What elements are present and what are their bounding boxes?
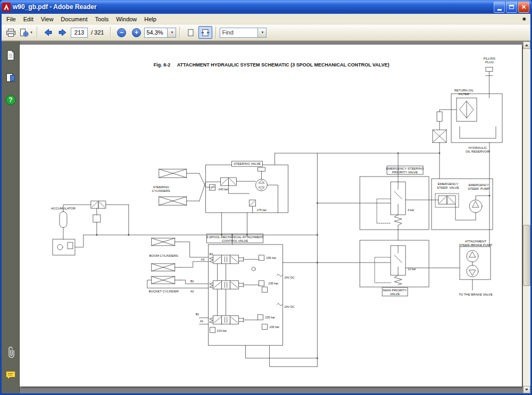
schematic-label: MAIN PRIORITY bbox=[383, 289, 407, 292]
zoom-combo: ▼ bbox=[144, 28, 176, 38]
schematic-label: B3 bbox=[210, 253, 213, 256]
schematic-label: STEERING VALVE bbox=[234, 162, 261, 165]
scroll-down-button[interactable] bbox=[523, 386, 530, 393]
svg-text:?: ? bbox=[9, 96, 12, 104]
toolbar-separator bbox=[179, 27, 180, 38]
maximize-button[interactable] bbox=[506, 2, 517, 13]
menu-file[interactable]: File bbox=[3, 15, 20, 23]
document-area: Fig. 6-2 ATTACHMENT HYDRAULIC SYSTEM SCH… bbox=[20, 41, 530, 393]
minimize-icon bbox=[497, 9, 502, 11]
vertical-scrollbar[interactable] bbox=[523, 41, 530, 393]
pdf-page: Fig. 6-2 ATTACHMENT HYDRAULIC SYSTEM SCH… bbox=[20, 45, 522, 386]
zoom-input[interactable] bbox=[144, 28, 168, 38]
menu-help[interactable]: Help bbox=[140, 15, 160, 23]
zoom-in-button[interactable]: + bbox=[129, 26, 143, 39]
schematic-label: 235 bar bbox=[270, 325, 280, 329]
arrow-left-icon bbox=[43, 27, 53, 38]
minimize-button[interactable] bbox=[494, 2, 505, 13]
adobe-reader-window: w90_gb.pdf - Adobe Reader ✕ FileEditView… bbox=[0, 0, 532, 395]
menu-edit[interactable]: Edit bbox=[20, 15, 37, 23]
previous-page-button[interactable] bbox=[41, 26, 55, 39]
find-input[interactable] bbox=[220, 28, 258, 38]
emergency-priority-valve-group bbox=[360, 166, 429, 230]
schematic-drawing: Fig. 6-2 ATTACHMENT HYDRAULIC SYSTEM SCH… bbox=[20, 45, 522, 386]
menu-tools[interactable]: Tools bbox=[92, 15, 113, 23]
document-tool-icon bbox=[19, 28, 29, 37]
sidebar-bookmarks-tab[interactable] bbox=[3, 70, 18, 85]
find-dropdown-button[interactable]: ▼ bbox=[258, 28, 267, 38]
content-area: ? bbox=[2, 41, 530, 393]
schematic-label: EMERGENCY bbox=[438, 182, 459, 186]
dropdown-arrow-icon: ▼ bbox=[261, 31, 264, 34]
main-priority-valve-group bbox=[360, 240, 429, 296]
toolbar-separator bbox=[215, 27, 217, 38]
triangle-up-icon bbox=[525, 44, 528, 46]
help-icon: ? bbox=[5, 94, 16, 106]
schematic-label: 235 bar bbox=[269, 282, 279, 285]
scroll-up-button[interactable] bbox=[523, 41, 530, 49]
title-bar: w90_gb.pdf - Adobe Reader ✕ bbox=[0, 0, 532, 14]
fit-width-button[interactable] bbox=[198, 26, 212, 39]
schematic-label: PLUG bbox=[485, 61, 494, 64]
zoom-dropdown-button[interactable]: ▼ bbox=[168, 28, 176, 38]
schematic-label: STEER./BRAKE PUMP bbox=[459, 243, 493, 247]
sidebar-bottom-group bbox=[3, 346, 18, 393]
menu-window[interactable]: Window bbox=[112, 15, 140, 23]
schematic-label: 24V DC bbox=[284, 276, 294, 279]
sidebar-attachments-tab[interactable] bbox=[3, 346, 18, 360]
pages-icon bbox=[5, 49, 16, 61]
schematic-label: STEER. PUMP bbox=[468, 187, 490, 190]
schematic-label: 240 bar bbox=[219, 188, 229, 191]
schematic-label: 12 bar bbox=[408, 267, 416, 271]
schematic-label: FILTER bbox=[459, 93, 470, 96]
menu-bar: FileEditViewDocumentToolsWindowHelp ✱ bbox=[2, 14, 530, 24]
work-cylinders-group bbox=[152, 238, 180, 284]
dropdown-arrow-icon: ▼ bbox=[170, 31, 173, 34]
dropdown-arrow-icon: ▼ bbox=[30, 31, 33, 34]
schematic-label: EMERGENCY bbox=[469, 183, 489, 187]
schematic-label: 235 bar bbox=[267, 256, 277, 259]
close-button[interactable]: ✕ bbox=[518, 2, 529, 13]
schematic-label: EMERGENCY STEERING bbox=[386, 167, 424, 170]
paperclip-icon bbox=[5, 346, 16, 360]
schematic-label: BUCKET CYLINDER bbox=[149, 290, 179, 293]
page-number-input[interactable] bbox=[71, 28, 88, 38]
menu-document[interactable]: Document bbox=[57, 15, 91, 23]
schematic-label: ATTACHMENT bbox=[465, 240, 486, 243]
adobe-reader-icon bbox=[2, 3, 11, 11]
schematic-label: 24V DC bbox=[284, 305, 294, 308]
next-page-button[interactable] bbox=[56, 26, 70, 39]
reservoir-group bbox=[433, 67, 502, 142]
zoom-out-button[interactable]: − bbox=[114, 26, 128, 39]
page-icon bbox=[186, 28, 195, 37]
schematic-label: TO THE BRAKE VALVE bbox=[459, 293, 493, 296]
find-combo: ▼ bbox=[220, 28, 267, 38]
menu-view[interactable]: View bbox=[37, 15, 57, 23]
print-button[interactable] bbox=[4, 26, 18, 39]
window-title: w90_gb.pdf - Adobe Reader bbox=[13, 3, 493, 11]
connection-lines bbox=[84, 142, 491, 367]
schematic-label: 175 bar bbox=[257, 208, 267, 212]
schematic-label: VALVE bbox=[390, 292, 400, 296]
scrollbar-thumb[interactable] bbox=[523, 225, 530, 286]
schematic-label: A2 bbox=[190, 290, 194, 293]
schematic-label: B1 bbox=[196, 313, 200, 316]
sidebar-help-tab[interactable]: ? bbox=[3, 93, 18, 107]
schematic-label: BOOM CYLINDERS bbox=[149, 254, 178, 257]
fit-width-icon bbox=[201, 28, 210, 37]
figure-title: ATTACHMENT HYDRAULIC SYSTEM SCHEMATIC (3… bbox=[177, 62, 389, 68]
figure-label: Fig. 6-2 bbox=[154, 62, 170, 68]
comments-icon bbox=[5, 370, 16, 381]
schematic-label: RETURN OIL bbox=[454, 89, 474, 92]
tool-dropdown-button[interactable]: ▼ bbox=[19, 26, 34, 39]
schematic-label: OIL RESERVOIR bbox=[466, 150, 491, 153]
sidebar-pages-tab[interactable] bbox=[3, 48, 18, 63]
maximize-icon bbox=[509, 5, 514, 9]
bookmarks-icon bbox=[5, 72, 16, 83]
schematic-label: A1 bbox=[200, 320, 204, 323]
toolbar-separator bbox=[110, 27, 111, 38]
single-page-button[interactable] bbox=[184, 26, 197, 39]
schematic-label: STEERING bbox=[153, 186, 169, 189]
sidebar-comments-tab[interactable] bbox=[3, 368, 18, 383]
minus-circle-icon: − bbox=[117, 28, 126, 37]
